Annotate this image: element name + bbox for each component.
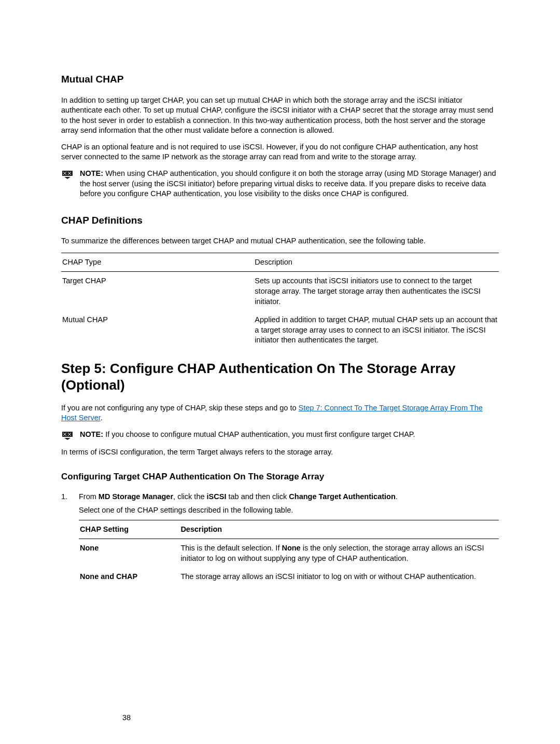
s1f: Change Target Authentication <box>289 492 395 501</box>
step5-title: Step 5: Configure CHAP Authentication On… <box>61 360 499 394</box>
settings-col1: CHAP Setting <box>79 520 179 539</box>
step5-p1: If you are not configuring any type of C… <box>61 403 499 423</box>
s1d: iSCSI <box>207 492 227 501</box>
note-mutual: NOTE: When using CHAP authentication, yo… <box>61 169 499 199</box>
note-icon <box>61 431 74 440</box>
r1a: The storage array allows an iSCSI initia… <box>180 572 476 581</box>
defs-row1-type: Target CHAP <box>61 272 254 311</box>
step5-p2: In terms of iSCSI configuration, the ter… <box>61 447 499 458</box>
s1b: MD Storage Manager <box>99 492 173 501</box>
defs-row2-desc: Applied in addition to target CHAP, mutu… <box>254 311 499 350</box>
defs-row2-type: Mutual CHAP <box>61 311 254 350</box>
s1e: tab and then click <box>226 492 289 501</box>
table-row: None This is the default selection. If N… <box>79 539 499 568</box>
setting-desc-none: This is the default selection. If None i… <box>179 539 499 568</box>
note-icon <box>61 170 74 179</box>
heading-mutual-chap: Mutual CHAP <box>61 73 499 86</box>
defs-row1-desc: Sets up accounts that iSCSI initiators u… <box>254 272 499 311</box>
svg-marker-2 <box>62 432 73 437</box>
setting-desc-nonechap: The storage array allows an iSCSI initia… <box>179 568 499 586</box>
defs-col2: Description <box>254 253 499 272</box>
chap-settings-table: CHAP Setting Description None This is th… <box>79 520 499 586</box>
step5-p1-b: . <box>101 414 103 422</box>
s1c: , click the <box>173 492 206 501</box>
step1-line1: From MD Storage Manager, click the iSCSI… <box>79 492 499 502</box>
note-text: When using CHAP authentication, you shou… <box>80 169 496 198</box>
mutual-p1: In addition to setting up target CHAP, y… <box>61 95 499 136</box>
r0b: None <box>282 544 300 552</box>
heading-chap-definitions: CHAP Definitions <box>61 214 499 227</box>
step-content: From MD Storage Manager, click the iSCSI… <box>79 492 499 586</box>
note-label: NOTE: <box>80 169 105 177</box>
page-number: 38 <box>122 713 131 723</box>
setting-name-none: None <box>79 539 179 568</box>
heading-configure-target: Configuring Target CHAP Authentication O… <box>61 471 499 483</box>
s1g: . <box>396 492 398 501</box>
settings-col2: Description <box>179 520 499 539</box>
svg-marker-0 <box>62 171 73 176</box>
note-label: NOTE: <box>80 430 105 438</box>
table-row: Mutual CHAP Applied in addition to targe… <box>61 311 499 350</box>
mutual-p2: CHAP is an optional feature and is not r… <box>61 142 499 162</box>
chap-definitions-table: CHAP Type Description Target CHAP Sets u… <box>61 253 499 350</box>
steps-list: 1. From MD Storage Manager, click the iS… <box>61 492 499 586</box>
setting-name-nonechap: None and CHAP <box>79 568 179 586</box>
defs-intro: To summarize the differences between tar… <box>61 236 499 246</box>
svg-marker-3 <box>64 438 71 440</box>
s1a: From <box>79 492 99 501</box>
r0a: This is the default selection. If <box>180 544 282 552</box>
note-step5: NOTE: If you choose to configure mutual … <box>61 430 499 440</box>
step-1: 1. From MD Storage Manager, click the iS… <box>61 492 499 586</box>
table-row: None and CHAP The storage array allows a… <box>79 568 499 586</box>
step-number: 1. <box>61 492 69 586</box>
step1-sub: Select one of the CHAP settings describe… <box>79 505 499 516</box>
svg-marker-1 <box>64 177 71 179</box>
note-body-wrap: NOTE: When using CHAP authentication, yo… <box>80 169 499 199</box>
table-row: Target CHAP Sets up accounts that iSCSI … <box>61 272 499 311</box>
step5-p1-a: If you are not configuring any type of C… <box>61 404 299 412</box>
defs-col1: CHAP Type <box>61 253 254 272</box>
note-body-wrap: NOTE: If you choose to configure mutual … <box>80 430 415 440</box>
note-text: If you choose to configure mutual CHAP a… <box>105 430 415 438</box>
